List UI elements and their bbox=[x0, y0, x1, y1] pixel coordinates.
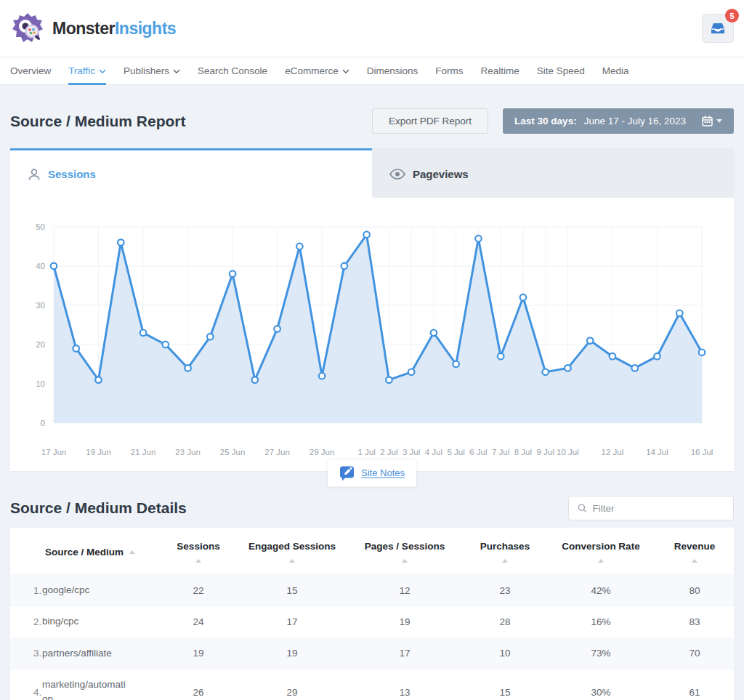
column-header-sessions[interactable]: Sessions bbox=[158, 541, 238, 563]
row-number: 1. bbox=[10, 585, 42, 596]
sessions-line-chart: 0102030405017 Jun19 Jun21 Jun23 Jun25 Ju… bbox=[10, 205, 734, 467]
site-notes-button[interactable]: Site Notes bbox=[328, 459, 416, 486]
sort-asc-icon bbox=[502, 559, 508, 563]
nav-label: Forms bbox=[435, 65, 463, 76]
table-row[interactable]: 2. bing/cpc 24 17 19 28 16% 83 bbox=[10, 606, 734, 637]
filter-input[interactable] bbox=[593, 503, 724, 514]
site-notes-icon bbox=[339, 465, 355, 480]
svg-text:16 Jul: 16 Jul bbox=[691, 448, 713, 456]
svg-text:2 Jul: 2 Jul bbox=[380, 448, 397, 456]
sort-asc-icon bbox=[402, 559, 408, 563]
sort-asc-icon bbox=[129, 550, 135, 554]
nav-tab-dimensions[interactable]: Dimensions bbox=[367, 57, 418, 84]
nav-label: Realtime bbox=[480, 65, 519, 76]
tab-pageviews-label: Pageviews bbox=[413, 168, 469, 180]
nav-tab-ecommerce[interactable]: eCommerce bbox=[285, 57, 349, 84]
svg-text:10 Jul: 10 Jul bbox=[557, 448, 579, 456]
column-header-revenue[interactable]: Revenue bbox=[655, 541, 734, 563]
cell-conversion-rate: 16% bbox=[546, 616, 655, 627]
cell-pages-sessions: 19 bbox=[346, 616, 464, 627]
cell-engaged-sessions: 19 bbox=[238, 648, 346, 659]
nav-tab-traffic[interactable]: Traffic bbox=[68, 57, 106, 84]
cell-engaged-sessions: 15 bbox=[238, 585, 346, 596]
nav-tab-realtime[interactable]: Realtime bbox=[480, 57, 519, 84]
nav-label: Search Console bbox=[198, 65, 267, 76]
cell-revenue: 61 bbox=[655, 687, 734, 698]
nav-label: Overview bbox=[10, 65, 51, 76]
notifications-button[interactable]: 5 bbox=[702, 14, 734, 43]
nav-label: Publishers bbox=[124, 65, 169, 76]
monsterinsights-logo-icon bbox=[10, 11, 45, 46]
cell-engaged-sessions: 17 bbox=[238, 616, 346, 627]
svg-text:3 Jul: 3 Jul bbox=[403, 448, 420, 456]
tab-pageviews[interactable]: Pageviews bbox=[372, 148, 734, 198]
brand-name-dark: Monster bbox=[52, 19, 115, 38]
table-row[interactable]: 1. google/cpc 22 15 12 23 42% 80 bbox=[10, 574, 734, 606]
column-header-pages-sessions[interactable]: Pages / Sessions bbox=[346, 541, 464, 563]
svg-text:19 Jun: 19 Jun bbox=[86, 448, 111, 456]
table-row[interactable]: 3. partners/affiliate 19 19 17 10 73% 70 bbox=[10, 637, 734, 669]
cell-source-medium: marketing/automation bbox=[42, 677, 158, 700]
sort-asc-icon bbox=[195, 559, 201, 563]
column-header-conversion-rate[interactable]: Conversion Rate bbox=[546, 541, 655, 563]
svg-text:12 Jul: 12 Jul bbox=[602, 448, 624, 456]
cell-sessions: 19 bbox=[158, 648, 238, 659]
brand-name: MonsterInsights bbox=[52, 19, 176, 39]
details-title: Source / Medium Details bbox=[10, 499, 187, 517]
column-header-purchases[interactable]: Purchases bbox=[464, 541, 546, 563]
cell-engaged-sessions: 29 bbox=[238, 687, 346, 698]
date-range-button[interactable]: Last 30 days: June 17 - July 16, 2023 bbox=[503, 108, 734, 134]
column-label: Revenue bbox=[674, 541, 715, 552]
cell-revenue: 80 bbox=[655, 585, 734, 596]
cell-purchases: 23 bbox=[464, 585, 546, 596]
main-nav: Overview Traffic Publishers Search Conso… bbox=[0, 57, 744, 85]
column-label: Source / Medium bbox=[45, 547, 124, 558]
cell-pages-sessions: 12 bbox=[346, 585, 464, 596]
cell-purchases: 28 bbox=[464, 616, 546, 627]
person-icon bbox=[28, 168, 41, 181]
svg-text:8 Jul: 8 Jul bbox=[514, 448, 532, 456]
nav-tab-overview[interactable]: Overview bbox=[10, 57, 51, 84]
column-label: Sessions bbox=[177, 541, 219, 552]
tab-sessions[interactable]: Sessions bbox=[10, 148, 372, 198]
source-value: marketing/automation bbox=[42, 677, 131, 700]
column-header-engaged-sessions[interactable]: Engaged Sessions bbox=[238, 541, 346, 563]
svg-text:27 Jun: 27 Jun bbox=[264, 448, 290, 456]
svg-text:20: 20 bbox=[36, 340, 45, 349]
source-value: bing/cpc bbox=[42, 614, 78, 629]
cell-conversion-rate: 73% bbox=[546, 648, 655, 659]
svg-text:9 Jul: 9 Jul bbox=[537, 448, 554, 456]
table-row[interactable]: 4. marketing/automation 26 29 13 15 30% … bbox=[10, 669, 734, 700]
site-notes-label: Site Notes bbox=[361, 467, 405, 478]
svg-text:14 Jul: 14 Jul bbox=[646, 448, 668, 456]
row-number: 3. bbox=[10, 648, 42, 659]
svg-text:30: 30 bbox=[36, 301, 45, 310]
nav-label: Site Speed bbox=[537, 65, 585, 76]
nav-tab-site-speed[interactable]: Site Speed bbox=[537, 57, 585, 84]
cell-sessions: 24 bbox=[158, 616, 238, 627]
chevron-down-icon bbox=[173, 69, 180, 74]
cell-purchases: 15 bbox=[464, 687, 546, 698]
nav-tab-search-console[interactable]: Search Console bbox=[198, 57, 267, 84]
date-range-label: Last 30 days: bbox=[514, 116, 577, 126]
column-label: Purchases bbox=[480, 541, 530, 552]
nav-tab-publishers[interactable]: Publishers bbox=[124, 57, 180, 84]
column-header-source-medium[interactable]: Source / Medium bbox=[10, 541, 158, 563]
source-value: partners/affiliate bbox=[42, 646, 112, 661]
export-pdf-button[interactable]: Export PDF Report bbox=[372, 108, 488, 134]
cell-sessions: 22 bbox=[158, 585, 238, 596]
nav-tab-media[interactable]: Media bbox=[602, 57, 629, 84]
svg-text:40: 40 bbox=[36, 262, 45, 270]
nav-tab-forms[interactable]: Forms bbox=[435, 57, 463, 84]
cell-pages-sessions: 17 bbox=[346, 648, 464, 659]
search-icon bbox=[578, 503, 587, 513]
cell-conversion-rate: 30% bbox=[546, 687, 655, 698]
svg-text:7 Jul: 7 Jul bbox=[492, 448, 509, 456]
nav-label: Media bbox=[602, 65, 629, 76]
svg-text:50: 50 bbox=[36, 222, 45, 231]
cell-revenue: 83 bbox=[655, 616, 734, 627]
brand-name-blue: Insights bbox=[115, 19, 176, 38]
caret-down-icon bbox=[716, 119, 722, 123]
report-header: Source / Medium Report Export PDF Report… bbox=[10, 108, 734, 134]
svg-text:23 Jun: 23 Jun bbox=[175, 448, 201, 456]
